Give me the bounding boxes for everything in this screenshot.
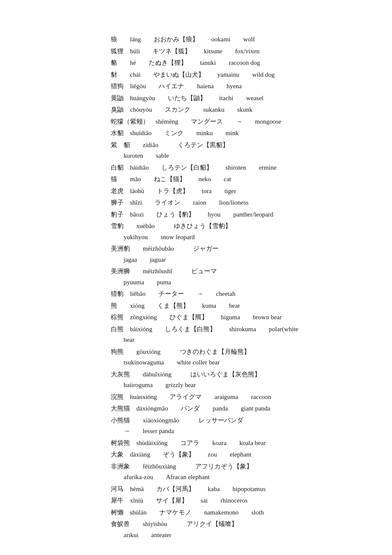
entry-cat: 猫 mâo ねこ【猫】 neko cat [111, 174, 366, 185]
entry-leopard: 豹子 bâozi ひょう【豹】 hyou panther/leopard [111, 209, 366, 220]
entry-line1-lesser-panda: 小熊猫 xiäoxióngmâo レッサーパンダ [111, 415, 366, 426]
entry-mongoose: 蛇獴（紫颊） shémëng マングース → mongoose [111, 116, 366, 127]
entry-weasel: 黄鼬 huángyòu いたち【鼬】 itachi weasel [111, 93, 366, 104]
entry-line1-weasel: 黄鼬 huángyòu いたち【鼬】 itachi weasel [111, 93, 366, 104]
entry-line1-grizzly: 大灰熊 dàhuîxióng はいいろぐま【灰色熊】 [111, 369, 366, 380]
entry-bear: 熊 xióng くま【熊】 kuma bear [111, 301, 366, 312]
entry-elephant: 大象 dàxiàng ぞう【象】 zou elephant [111, 449, 366, 460]
entry-hyena: 猎狗 liěgöu ハイエナ haiena hyena [111, 81, 366, 92]
entry-line1-coller-bear: 狗熊 göuxióng つきのわぐま【月輪熊】 [111, 347, 366, 358]
entry-rhino: 犀牛 xîniú サイ【犀】 sai rhinoceros [111, 495, 366, 506]
entry-hippo: 河马 hémä カバ【河馬】 kaba hipopotamus [111, 484, 366, 495]
entry-cheetah: 猎豹 liěbâo チーター → cheetah [111, 289, 366, 300]
entry-skunk: 臭鼬 chòuyòu スカンク sukanku skunk [111, 104, 366, 116]
entry-sloth: 树懒 shùlän ナマケモノ namakemono sloth [111, 507, 366, 518]
entry-line2-jaguar: jagaa jaguar [111, 254, 366, 266]
entry-snow-leopard: 雪豹 xuëbâo ゆきひょう【雪豹】yukihyou snow leopard [111, 221, 366, 243]
entry-african-elephant: 非洲象 fēizhôuxiàng アフリカぞう【象】afurika-zou Af… [111, 461, 366, 483]
entry-line2-puma: pyuuma puma [111, 277, 366, 288]
entry-line1-fox: 狐狸 húli キツネ【狐】 kitsune fox/vixen [111, 46, 366, 57]
entry-line1-polar-bear: 白熊 báixióng しろくま【白熊】 shirokuma polar(whi… [111, 324, 366, 335]
entry-line2-anteater: arikui anteater [111, 530, 366, 541]
entry-wild-dog: 豺 chái やまいぬ【山犬】 yamainu wild dog [111, 69, 366, 81]
entry-line1-hyena: 猎狗 liěgöu ハイエナ haiena hyena [111, 81, 366, 92]
entry-line1-raccoon: 浣熊 huànxióng アライグマ araiguma raccoon [111, 392, 366, 403]
entry-line1-skunk: 臭鼬 chòuyòu スカンク sukanku skunk [111, 104, 366, 116]
entry-polar-bear: 白熊 báixióng しろくま【白熊】 shirokuma polar(whi… [111, 324, 366, 346]
entry-line1-sable: 紫 貂 zïdiâo くろテン【黒貂】 [111, 140, 366, 151]
entry-wolf: 狼 láng おおかみ【狼】 ookami wolf [111, 34, 366, 45]
entry-fox: 狐狸 húli キツネ【狐】 kitsune fox/vixen [111, 46, 366, 57]
entry-line2-polar-bear: bear [111, 335, 366, 346]
entry-giant-panda: 大熊猫 dàxióngmâo パンダ panda giant panda [111, 403, 366, 414]
entry-line2-snow-leopard: yukihyou snow leopard [111, 232, 366, 243]
entry-line2-lesser-panda: → lesser panda [111, 426, 366, 437]
entry-line2-coller-bear: tsukinowaguma white coller bear [111, 357, 366, 368]
entry-ermine: 白貂 báidiâo しろテン【白貂】 shiroten ermine [111, 162, 366, 173]
entry-raccoon: 浣熊 huànxióng アライグマ araiguma raccoon [111, 392, 366, 403]
entry-line1-snow-leopard: 雪豹 xuëbâo ゆきひょう【雪豹】 [111, 221, 366, 232]
entry-line1-mongoose: 蛇獴（紫颊） shémëng マングース → mongoose [111, 116, 366, 127]
entry-line1-african-elephant: 非洲象 fēizhôuxiàng アフリカぞう【象】 [111, 461, 366, 472]
entry-line2-sable: kuroten sable [111, 150, 366, 162]
entry-line1-tiger: 老虎 läohü トラ【虎】 tora tiger [111, 186, 366, 197]
entry-line1-wolf: 狼 láng おおかみ【狼】 ookami wolf [111, 34, 366, 45]
entry-brown-bear: 棕熊 zôngxióng ひぐま【羆】 higuma brown bear [111, 312, 366, 323]
entry-line1-lion: 狮子 shîzi ライオン raion lion/lioness [111, 197, 366, 208]
entry-line1-ermine: 白貂 báidiâo しろテン【白貂】 shiroten ermine [111, 162, 366, 173]
entry-tiger: 老虎 läohü トラ【虎】 tora tiger [111, 186, 366, 197]
entry-lion: 狮子 shîzi ライオン raion lion/lioness [111, 197, 366, 208]
entry-line1-koala: 树袋熊 shùdàixióng コアラ koara koala bear [111, 438, 366, 449]
entry-anteater: 食蚁兽 shíyïshòu アリクイ【蟻喰】arikui anteater [111, 519, 366, 541]
entry-line1-hippo: 河马 hémä カバ【河馬】 kaba hipopotamus [111, 484, 366, 495]
entry-jaguar: 美洲豹 mëizhôubâo ジャガーjagaa jaguar [111, 243, 366, 265]
entry-line1-puma: 美洲狮 mëizhôushî ピューマ [111, 266, 366, 277]
entry-line1-mink: 水貂 shuïdiâo ミンク minku mink [111, 128, 366, 139]
entry-line1-raccoon-dog: 貉 hé たぬき【狸】 tanuki raccoon dog [111, 58, 366, 69]
entry-grizzly: 大灰熊 dàhuîxióng はいいろぐま【灰色熊】haiiroguma gri… [111, 369, 366, 391]
entry-coller-bear: 狗熊 göuxióng つきのわぐま【月輪熊】tsukinowaguma whi… [111, 347, 366, 368]
entry-line1-bear: 熊 xióng くま【熊】 kuma bear [111, 301, 366, 312]
entry-line1-elephant: 大象 dàxiàng ぞう【象】 zou elephant [111, 449, 366, 460]
entry-line2-african-elephant: afurika-zou Afracan elephant [111, 472, 366, 483]
entry-mink: 水貂 shuïdiâo ミンク minku mink [111, 128, 366, 139]
entry-line1-cheetah: 猎豹 liěbâo チーター → cheetah [111, 289, 366, 300]
entry-lesser-panda: 小熊猫 xiäoxióngmâo レッサーパンダ→ lesser panda [111, 415, 366, 437]
entry-line1-wild-dog: 豺 chái やまいぬ【山犬】 yamainu wild dog [111, 69, 366, 81]
entry-line2-grizzly: haiiroguma grizzly bear [111, 380, 366, 391]
entry-line1-brown-bear: 棕熊 zôngxióng ひぐま【羆】 higuma brown bear [111, 312, 366, 323]
entry-line1-jaguar: 美洲豹 mëizhôubâo ジャガー [111, 243, 366, 254]
entry-line1-leopard: 豹子 bâozi ひょう【豹】 hyou panther/leopard [111, 209, 366, 220]
entry-line1-giant-panda: 大熊猫 dàxióngmâo パンダ panda giant panda [111, 403, 366, 414]
entry-line1-cat: 猫 mâo ねこ【猫】 neko cat [111, 174, 366, 185]
entry-raccoon-dog: 貉 hé たぬき【狸】 tanuki raccoon dog [111, 58, 366, 69]
entry-koala: 树袋熊 shùdàixióng コアラ koara koala bear [111, 438, 366, 449]
entry-sable: 紫 貂 zïdiâo くろテン【黒貂】kuroten sable [111, 140, 366, 162]
entry-line1-sloth: 树懒 shùlän ナマケモノ namakemono sloth [111, 507, 366, 518]
entry-line1-anteater: 食蚁兽 shíyïshòu アリクイ【蟻喰】 [111, 519, 366, 530]
entry-line1-rhino: 犀牛 xîniú サイ【犀】 sai rhinoceros [111, 495, 366, 506]
entry-puma: 美洲狮 mëizhôushî ピューマpyuuma puma [111, 266, 366, 288]
